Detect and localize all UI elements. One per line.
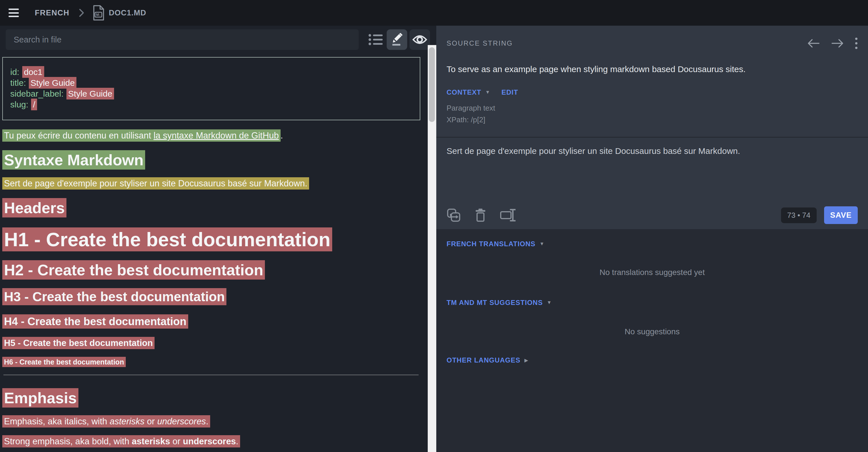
source-string-title: SOURCE STRING [446, 39, 513, 47]
breadcrumb-project[interactable]: FRENCH [35, 8, 69, 18]
string-highlight[interactable]: H5 - Create the best documentation [2, 337, 155, 349]
document-preview: id:doc1 title:Style Guide sidebar_label:… [0, 53, 428, 452]
chevron-right-icon [78, 8, 85, 18]
tm-mt-label[interactable]: TM AND MT SUGGESTIONS [446, 299, 542, 306]
string-highlight[interactable]: / [31, 99, 37, 110]
suggestion-sections: FRENCH TRANSLATIONS ▼ No translations su… [436, 229, 868, 364]
string-highlight[interactable]: doc1 [22, 66, 44, 78]
translation-panel: SOURCE STRING To serve as an example pag… [436, 26, 868, 452]
kebab-menu-icon [855, 37, 858, 50]
top-bar: FRENCH M↓ DOC1.MD [0, 0, 868, 26]
more-options-button[interactable] [855, 37, 858, 50]
markdown-syntax-link[interactable]: la syntaxe Markdown de GitHub [153, 131, 279, 140]
preview-mode-button[interactable] [409, 29, 430, 50]
string-highlight[interactable]: H6 - Create the best documentation [2, 357, 126, 367]
preview-toolbar [0, 29, 428, 50]
context-xpath-text: XPath: /p[2] [446, 116, 858, 124]
save-button[interactable]: SAVE [824, 206, 858, 224]
french-translations-label[interactable]: FRENCH TRANSLATIONS [446, 240, 535, 248]
select-text-icon [500, 208, 516, 222]
search-input[interactable] [6, 29, 359, 50]
string-highlight[interactable]: H2 - Create the best documentation [2, 260, 265, 280]
paragraph-intro: Tu peux écrire du contenu en utilisant l… [2, 129, 422, 142]
string-highlight-translated[interactable]: Syntaxe Markdown [2, 150, 145, 169]
editor-divider [436, 137, 868, 138]
file-preview-panel: id:doc1 title:Style Guide sidebar_label:… [0, 26, 428, 452]
heading-headers: Headers [2, 197, 422, 219]
string-highlight[interactable]: H1 - Create the best documentation [2, 227, 332, 251]
scrollbar-thumb[interactable] [429, 47, 435, 122]
markdown-file-icon: M↓ [92, 5, 104, 21]
crowdin-editor-window: FRENCH M↓ DOC1.MD [0, 0, 868, 452]
chevron-down-icon: ▼ [539, 241, 545, 247]
breadcrumb-file-label: DOC1.MD [109, 8, 147, 18]
frontmatter-line: slug:/ [10, 99, 411, 110]
select-text-button[interactable] [500, 208, 516, 222]
copy-source-icon [446, 208, 461, 222]
chevron-right-collapsed-icon: ▶ [524, 357, 528, 363]
chevron-down-icon: ▼ [485, 90, 490, 95]
trash-icon [474, 208, 487, 222]
heading-h5: H5 - Create the best documentation [2, 336, 422, 351]
heading-h2: H2 - Create the best documentation [2, 259, 422, 281]
previous-string-button[interactable] [807, 38, 820, 49]
frontmatter-line: sidebar_label:Style Guide [10, 88, 411, 99]
paragraph-emphasis: Emphasis, aka italics, with asterisks or… [2, 415, 422, 428]
copy-source-button[interactable] [446, 208, 461, 222]
context-toggle[interactable]: CONTEXT [446, 88, 481, 96]
chevron-down-icon: ▼ [547, 300, 552, 305]
frontmatter-block: id:doc1 title:Style Guide sidebar_label:… [2, 57, 420, 120]
translation-toolbar: 73 • 74 SAVE [446, 206, 858, 225]
source-string-card: SOURCE STRING To serve as an example pag… [436, 26, 868, 229]
paragraph-strong: Strong emphasis, aka bold, with asterisk… [2, 434, 422, 448]
string-highlight-selected[interactable]: Sert de page d'exemple pour styliser un … [2, 177, 309, 190]
context-type-text: Paragraph text [446, 104, 858, 112]
eye-icon [412, 34, 427, 45]
frontmatter-line: id:doc1 [10, 67, 411, 77]
heading-h3: H3 - Create the best documentation [2, 287, 422, 306]
svg-text:M↓: M↓ [96, 13, 101, 17]
breadcrumb-file[interactable]: M↓ DOC1.MD [92, 5, 147, 21]
translations-empty-text: No translations suggested yet [446, 268, 858, 277]
string-highlight[interactable]: Headers [2, 198, 66, 218]
delete-translation-button[interactable] [474, 208, 487, 222]
string-highlight[interactable]: Strong emphasis, aka bold, with asterisk… [2, 435, 240, 447]
hamburger-menu-icon[interactable] [8, 8, 19, 17]
heading-emphasis: Emphasis [2, 387, 422, 409]
edit-context-button[interactable]: EDIT [502, 88, 518, 96]
heading-syntax: Syntaxe Markdown [2, 149, 422, 171]
source-string-text: To serve as an example page when styling… [446, 64, 858, 74]
horizontal-rule [3, 375, 418, 375]
pencil-icon [391, 33, 403, 46]
tm-empty-text: No suggestions [446, 327, 858, 336]
string-list-view-button[interactable] [366, 29, 386, 50]
arrow-left-icon [807, 38, 820, 49]
paragraph-selected: Sert de page d'exemple pour styliser un … [2, 177, 422, 190]
preview-scrollbar[interactable] [428, 45, 436, 452]
frontmatter-line: title:Style Guide [10, 77, 411, 88]
list-icon [368, 33, 383, 46]
string-highlight[interactable]: Style Guide [29, 77, 76, 89]
string-highlight[interactable]: Emphasis, aka italics, with asterisks or… [2, 415, 210, 427]
string-highlight[interactable]: H3 - Create the best documentation [2, 288, 226, 305]
arrow-right-icon [831, 38, 844, 49]
next-string-button[interactable] [831, 38, 844, 49]
other-languages-label[interactable]: OTHER LANGUAGES [446, 356, 520, 364]
translation-textarea[interactable]: Sert de page d'exemple pour styliser un … [446, 146, 858, 197]
highlight-mode-button[interactable] [387, 29, 407, 50]
heading-h4: H4 - Create the best documentation [2, 313, 422, 330]
heading-h6: H6 - Create the best documentation [2, 356, 422, 368]
french-translations-section-header[interactable]: FRENCH TRANSLATIONS ▼ [446, 240, 858, 248]
string-highlight[interactable]: Emphasis [2, 388, 79, 408]
char-count-badge: 73 • 74 [781, 207, 817, 223]
heading-h1: H1 - Create the best documentation [2, 225, 422, 254]
tm-mt-section-header[interactable]: TM AND MT SUGGESTIONS ▼ [446, 299, 858, 306]
string-highlight[interactable]: H4 - Create the best documentation [2, 314, 188, 329]
source-string-header: SOURCE STRING [446, 26, 858, 50]
string-highlight-translated[interactable]: Tu peux écrire du contenu en utilisant l… [2, 129, 281, 142]
other-languages-section-header[interactable]: OTHER LANGUAGES ▶ [446, 356, 858, 364]
context-row: CONTEXT ▼ EDIT [446, 88, 858, 96]
string-highlight[interactable]: Style Guide [66, 88, 114, 99]
